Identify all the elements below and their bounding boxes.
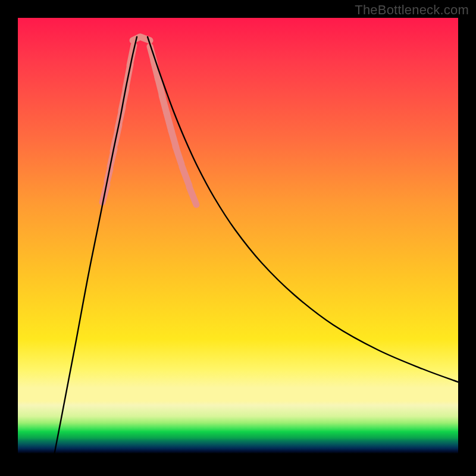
curve-layer — [54, 37, 458, 458]
right-dashes-segment — [176, 146, 181, 164]
right-dashes-segment — [189, 187, 196, 205]
chart-frame: TheBottleneck.com — [0, 0, 476, 476]
plot-area — [18, 18, 458, 458]
dash-layer — [102, 37, 196, 205]
curve-overlay — [18, 18, 458, 458]
right-curve — [148, 37, 458, 382]
watermark-text: TheBottleneck.com — [355, 2, 469, 18]
right-dashes-segment — [182, 167, 189, 186]
